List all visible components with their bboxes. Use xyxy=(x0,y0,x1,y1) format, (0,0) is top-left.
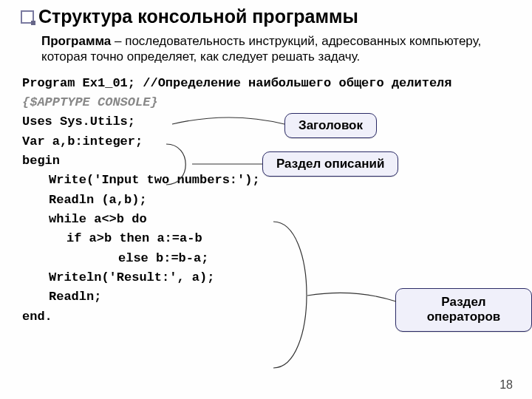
bullet-icon xyxy=(21,10,34,24)
callout-header: Заголовок xyxy=(284,113,377,138)
code-line-4: Var a,b:integer; xyxy=(22,132,511,151)
code-line-3: Uses Sys.Utils; xyxy=(22,112,511,132)
slide-title: Структура консольной программы xyxy=(21,6,511,27)
callout-operators: Раздел операторов xyxy=(395,288,532,332)
code-line-1: Program Ex1_01; //Определение наибольшег… xyxy=(22,74,511,93)
code-line-9: if a>b then a:=a-b xyxy=(22,229,511,248)
slide-description: Программа – последовательность инструкци… xyxy=(41,33,511,65)
code-line-7: Readln (a,b); xyxy=(22,191,511,210)
code-line-10: else b:=b-a; xyxy=(22,249,511,268)
code-line-8: while a<>b do xyxy=(22,210,511,229)
code-line-11: Writeln('Result:', a); xyxy=(22,268,511,287)
callout-declarations: Раздел описаний xyxy=(262,151,398,177)
code-line-2: {$APPTYPE CONSOLE} xyxy=(22,93,511,112)
page-number: 18 xyxy=(499,378,513,392)
